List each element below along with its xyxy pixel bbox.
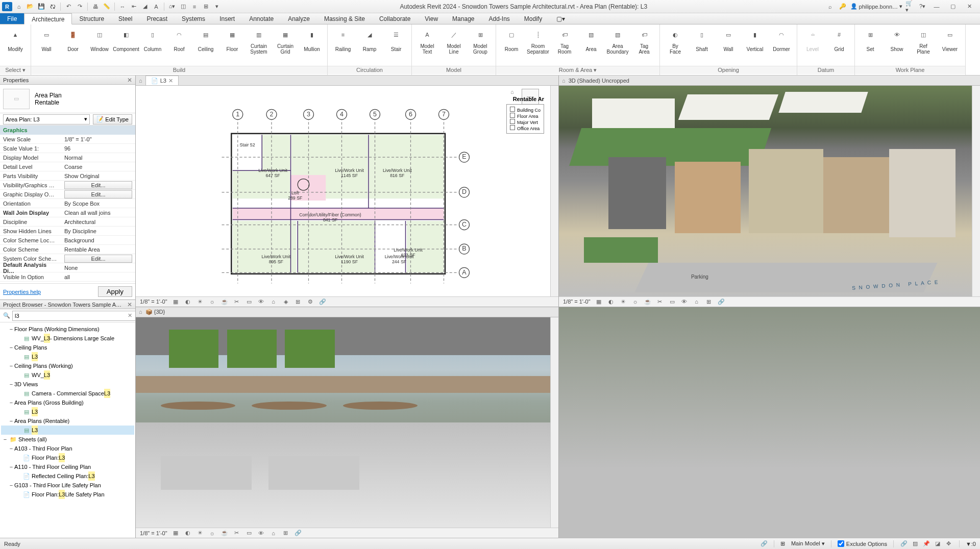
reveal-icon[interactable]: ◈ [282, 297, 290, 306]
tab-precast[interactable]: Precast [139, 13, 175, 24]
ribbon-door[interactable]: 🚪Door [61, 26, 85, 56]
open-icon[interactable]: 📂 [26, 2, 35, 11]
tab-insert[interactable]: Insert [212, 13, 242, 24]
tab-steel[interactable]: Steel [111, 13, 139, 24]
detail-level-icon[interactable]: ▦ [595, 297, 603, 306]
ribbon-ceiling[interactable]: ▤Ceiling [193, 26, 218, 56]
shadows-icon[interactable]: ☼ [208, 529, 216, 537]
close-browser-icon[interactable]: ✕ [127, 301, 132, 308]
dimension-icon[interactable]: ⇤ [129, 2, 138, 11]
switchwin-icon[interactable]: ▾ [212, 2, 222, 11]
ribbon-curtain-system[interactable]: ▥CurtainSystem [247, 26, 271, 56]
prop-row[interactable]: DisciplineArchitectural [0, 217, 135, 227]
tree-node[interactable]: ▤L3 [1, 352, 134, 361]
crop-show-icon[interactable]: ▭ [245, 297, 253, 306]
ribbon-wall[interactable]: ▭Wall [34, 26, 59, 56]
properties-help-link[interactable]: Properties help [3, 289, 41, 295]
ribbon-room-separator[interactable]: ┊RoomSeparator [526, 26, 550, 56]
reveal-constraints-icon[interactable]: 🔗 [294, 529, 302, 537]
plan-canvas[interactable]: ⌂ TOP Rentable Ar Building CoFloor AreaM… [136, 86, 550, 296]
shadows-icon[interactable]: ☼ [208, 297, 216, 306]
ribbon-mullion[interactable]: ▮Mullion [300, 26, 324, 56]
save-icon[interactable]: 💾 [37, 2, 46, 11]
tree-node[interactable]: −Area Plans (Rentable) [1, 416, 134, 426]
tree-node[interactable]: ▤WV_L3 [1, 370, 134, 380]
tree-node[interactable]: 📄Floor Plan: L3 Life Safety Plan [1, 490, 134, 499]
instance-dropdown[interactable]: Area Plan: L3▾ [3, 114, 90, 124]
sunpath-icon[interactable]: ☀ [196, 529, 204, 537]
tab-structure[interactable]: Structure [72, 13, 111, 24]
tab-systems[interactable]: Systems [175, 13, 212, 24]
ribbon-dormer[interactable]: ◠Dormer [769, 26, 794, 56]
crop-icon[interactable]: ✂ [233, 529, 241, 537]
select-links-icon[interactable]: 🔗 [900, 540, 908, 548]
ribbon-shaft[interactable]: ▯Shaft [690, 26, 714, 56]
tab-file[interactable]: File [0, 13, 24, 24]
prop-row[interactable]: Color SchemeRentable Area [0, 245, 135, 254]
reveal-constraints-icon[interactable]: 🔗 [717, 297, 725, 306]
hide-icon[interactable]: 👁 [680, 297, 689, 306]
prop-row[interactable]: Display ModelNormal [0, 153, 135, 162]
tab-annotate[interactable]: Annotate [242, 13, 281, 24]
search-icon[interactable]: ⌕ [826, 2, 835, 11]
ribbon-component[interactable]: ◧Component [114, 26, 138, 56]
filter-icon[interactable]: ▼:0 [966, 541, 976, 547]
prop-row[interactable]: Wall Join DisplayClean all wall joins [0, 208, 135, 217]
close-properties-icon[interactable]: ✕ [127, 77, 132, 84]
scale-display[interactable]: 1/8" = 1'-0" [563, 298, 591, 305]
section-icon[interactable]: ◫ [179, 2, 188, 11]
tree-node[interactable]: −Floor Plans (Working Dimensions) [1, 325, 134, 334]
temphide-icon[interactable]: ⌂ [270, 529, 278, 537]
ribbon-window[interactable]: ◫Window [87, 26, 112, 56]
temphide-icon[interactable]: ⌂ [270, 297, 278, 306]
undo-icon[interactable]: ↶ [64, 2, 73, 11]
restore-button[interactable]: ▢ [946, 2, 960, 11]
prop-row[interactable]: Visible In Optionall [0, 272, 135, 282]
exclude-options-checkbox[interactable]: Exclude Options [838, 540, 887, 547]
prop-row[interactable]: Graphic Display O…Edit... [0, 190, 135, 199]
scrollbar-v[interactable] [550, 86, 558, 296]
browser-search-input[interactable] [12, 311, 135, 321]
type-selector[interactable]: ▭ Area Plan Rentable [0, 85, 135, 113]
tree-node[interactable]: ▤L3 [1, 407, 134, 416]
prop-row[interactable]: Visibility/Graphics …Edit... [0, 181, 135, 190]
temphide-icon[interactable]: ⌂ [693, 297, 701, 306]
close-tab-icon[interactable]: ✕ [168, 78, 173, 84]
crop-icon[interactable]: ✂ [233, 297, 241, 306]
ribbon-wall[interactable]: ▭Wall [716, 26, 741, 56]
close-button[interactable]: ✕ [963, 2, 976, 11]
tree-node[interactable]: −Ceiling Plans (Working) [1, 361, 134, 370]
tab-view[interactable]: View [418, 13, 445, 24]
scale-display[interactable]: 1/8" = 1'-0" [140, 530, 167, 536]
analytical-icon[interactable]: ⚙ [306, 297, 314, 306]
ribbon-ref-plane[interactable]: ◫RefPlane [911, 26, 936, 56]
tag-icon[interactable]: ◢ [140, 2, 150, 11]
worksharing-icon[interactable]: ⊞ [294, 297, 302, 306]
prop-row[interactable]: Default Analysis Di…None [0, 263, 135, 272]
tree-node[interactable]: −3D Views [1, 380, 134, 389]
prop-group-graphics[interactable]: Graphics [0, 126, 135, 135]
ribbon-area-boundary[interactable]: ▧AreaBoundary [605, 26, 630, 56]
reveal-constraints-icon[interactable]: 🔗 [318, 297, 327, 306]
main-model-dropdown[interactable]: Main Model ▾ [791, 540, 825, 547]
tree-node[interactable]: −G103 - Third Floor Life Safety Plan [1, 481, 134, 490]
redo-icon[interactable]: ↷ [75, 2, 84, 11]
help-icon[interactable]: ?▾ [918, 2, 927, 11]
sunpath-icon[interactable]: ☀ [619, 297, 627, 306]
crop-show-icon[interactable]: ▭ [245, 529, 253, 537]
select-face-icon[interactable]: ◪ [934, 540, 942, 548]
ribbon-by-face[interactable]: ◐ByFace [663, 26, 688, 56]
shaded-3d-canvas[interactable]: S N O W D O N P L A C E Parking [559, 86, 972, 296]
prop-row[interactable]: Show Hidden LinesBy Discipline [0, 227, 135, 236]
ribbon-ramp[interactable]: ◢Ramp [357, 26, 382, 56]
ribbon-modify[interactable]: ▲Modify [3, 26, 28, 56]
ribbon-room[interactable]: ▢Room [499, 26, 524, 56]
tree-node[interactable]: ▤Camera - Commercial Space L3 [1, 389, 134, 398]
thinlines-icon[interactable]: ≡ [190, 2, 199, 11]
prop-row[interactable]: Color Scheme Loc…Background [0, 236, 135, 245]
workset-icon[interactable]: ⊞ [780, 540, 785, 547]
cart-icon[interactable]: 🛒▾ [905, 2, 915, 11]
tree-node[interactable]: −Ceiling Plans [1, 343, 134, 352]
ribbon-collapse-icon[interactable]: ▢▾ [549, 13, 572, 24]
ribbon-model-text[interactable]: AModelText [415, 26, 439, 56]
